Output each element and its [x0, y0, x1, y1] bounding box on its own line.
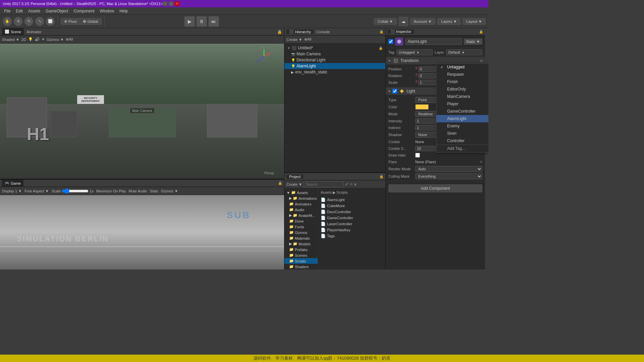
scene-view[interactable]: H1 SECURITYDEPARTMENT Persp X Y — [0, 44, 284, 178]
folder-assets[interactable]: ▼📁 Assets — [284, 190, 318, 195]
dropdown-enemy[interactable]: Enemy — [436, 122, 488, 130]
tag-select[interactable]: Untagged ▼ — [396, 49, 433, 55]
dropdown-editoronly[interactable]: EditorOnly — [436, 85, 488, 93]
proj-icon2[interactable]: ☆ — [350, 182, 353, 186]
pivot-btn[interactable]: Pivot — [61, 18, 80, 24]
tab-project[interactable]: Project — [286, 175, 303, 179]
file-doorcontroller[interactable]: 📄 DoorController — [319, 209, 384, 215]
proj-search-input[interactable] — [304, 181, 344, 187]
lights-button[interactable]: 💡 — [28, 37, 33, 42]
dropdown-gamecontroller[interactable]: GameController — [436, 108, 488, 115]
proj-icon3[interactable]: ≡ — [354, 182, 356, 186]
menu-edit[interactable]: Edit — [13, 7, 25, 15]
dropdown-player[interactable]: Player — [436, 100, 488, 108]
layout-button[interactable]: Layout ▼ — [463, 18, 486, 25]
file-cubemove[interactable]: 📄 CubeMove — [319, 203, 384, 209]
scene-lock[interactable]: 🔒 — [379, 46, 383, 50]
tab-game[interactable]: 🎮 Game — [2, 180, 23, 187]
menu-component[interactable]: Component — [71, 7, 97, 15]
file-alarmlight[interactable]: 📄 AlarmLight — [319, 197, 384, 203]
dropdown-untagged[interactable]: ✓ Untagged — [436, 63, 488, 71]
culling-select[interactable]: Everything — [415, 173, 482, 179]
folder-animations[interactable]: ▶📁 Animations — [284, 195, 318, 201]
dropdown-maincamera[interactable]: MainCamera — [436, 93, 488, 100]
tab-inspector[interactable]: ⬛ Inspector — [388, 29, 414, 34]
audio-button[interactable]: 🔊 — [35, 37, 40, 42]
folder-avatarm[interactable]: ▶📁 AvatarM... — [284, 213, 318, 218]
light-active-checkbox[interactable] — [392, 89, 397, 94]
dropdown-finish[interactable]: Finish — [436, 78, 488, 85]
file-tags[interactable]: 📄 Tags — [319, 233, 384, 239]
tab-animator[interactable]: Animator — [24, 28, 44, 36]
render-mode-select[interactable]: Auto — [415, 166, 482, 172]
dropdown-siren[interactable]: Siren — [436, 130, 488, 137]
insp-lock-icon[interactable]: 🔒 — [479, 30, 483, 34]
file-playerhaskey[interactable]: 📄 PlayerHasKey — [319, 227, 384, 233]
folder-animators[interactable]: 📁 Animators — [284, 201, 318, 207]
folder-models[interactable]: ▶📁 Models — [284, 241, 318, 247]
layers-button[interactable]: Layers ▼ — [437, 18, 461, 25]
close-button[interactable]: ✕ — [175, 1, 179, 6]
game-gizmos[interactable]: Gizmos ▼ — [161, 189, 178, 193]
add-component-button[interactable]: Add Component — [388, 184, 482, 192]
maximize-button[interactable]: □ — [169, 1, 173, 6]
mute-audio[interactable]: Mute Audio — [129, 189, 147, 193]
cloud-button[interactable]: ☁ — [399, 17, 408, 26]
folder-prefabs[interactable]: 📁 Prefabs — [284, 247, 318, 252]
color-swatch[interactable] — [415, 104, 429, 110]
hier-item-3[interactable]: ▶ env_stealth_static — [284, 69, 385, 75]
tab-hierarchy[interactable]: ⬛ Hierarchy — [286, 29, 314, 34]
dropdown-controller[interactable]: Controller — [436, 137, 488, 144]
minimize-button[interactable]: – — [163, 1, 167, 6]
rot-x[interactable] — [418, 73, 436, 78]
step-button[interactable]: ⏭ — [208, 16, 219, 27]
scale-slider[interactable] — [62, 188, 89, 194]
file-gamecontroller[interactable]: 📄 GameController — [319, 215, 384, 221]
scale-x[interactable] — [418, 80, 436, 85]
stats-button[interactable]: Stats — [150, 189, 158, 193]
shaded-dropdown[interactable]: Shaded▼ — [2, 38, 19, 42]
fx-button[interactable]: ✦ — [42, 37, 45, 42]
proj-lock-icon[interactable]: 🔒 — [379, 175, 383, 178]
menu-file[interactable]: File — [1, 7, 13, 15]
static-toggle[interactable]: Static ▼ — [464, 39, 482, 45]
menu-help[interactable]: Help — [117, 7, 130, 15]
folder-materials[interactable]: 📁 Materials — [284, 235, 318, 241]
hier-item-0[interactable]: 📷 Main Camera — [284, 51, 385, 57]
transform-menu-icon[interactable]: ⚙ — [480, 59, 483, 63]
flare-expand-icon[interactable]: ⊙ — [480, 160, 482, 164]
folder-gizmos[interactable]: 📁 Gizmos — [284, 230, 318, 235]
tool-hand[interactable]: ✋ — [3, 17, 12, 26]
create-button[interactable]: Create▼ — [286, 38, 302, 42]
pivot-global-toggle[interactable]: Pivot Global — [61, 18, 102, 25]
tool-rotate[interactable]: ↻ — [24, 17, 34, 26]
menu-assets[interactable]: Assets — [25, 7, 43, 15]
tool-scale[interactable]: ⤡ — [35, 17, 44, 26]
proj-create-btn[interactable]: Create ▼ — [286, 182, 302, 186]
folder-shaders[interactable]: 📁 Shaders — [284, 264, 318, 269]
file-lasercontroller[interactable]: 📄 LaserController — [319, 221, 384, 227]
dropdown-respawn[interactable]: Respawn — [436, 71, 488, 78]
hier-item-2[interactable]: 💡 AlarmLight — [284, 63, 385, 69]
menu-gameobject[interactable]: GameObject — [43, 7, 71, 15]
object-name-field[interactable] — [405, 38, 462, 45]
game-view[interactable]: SUB SIMULATION BERLIN — [0, 195, 284, 269]
2d-button[interactable]: 2D — [21, 38, 26, 42]
dropdown-alarmlight[interactable]: AlarmLight — [436, 115, 488, 122]
menu-window[interactable]: Window — [97, 7, 117, 15]
hier-item-1[interactable]: 💡 Directional Light — [284, 57, 385, 63]
folder-scenes[interactable]: 📁 Scenes — [284, 252, 318, 258]
tab-scene[interactable]: ⬜ Scene — [2, 28, 24, 36]
hier-lock-icon[interactable]: 🔒 — [379, 30, 383, 34]
folder-audio[interactable]: 📁 Audio — [284, 207, 318, 213]
tool-rect[interactable]: ⬜ — [46, 17, 55, 26]
proj-icon1[interactable]: ⤢ — [345, 182, 348, 186]
aspect-select[interactable]: Free Aspect▼ — [24, 189, 49, 193]
folder-done[interactable]: 📁 Done — [284, 218, 318, 224]
tool-move[interactable]: ✛ — [13, 17, 23, 26]
draw-halo-checkbox[interactable] — [415, 153, 420, 158]
collab-button[interactable]: Collab ▼ — [374, 18, 396, 25]
dropdown-add-tag[interactable]: Add Tag... — [436, 144, 488, 152]
hier-all[interactable]: ⊕All — [304, 37, 311, 42]
layer-select[interactable]: Default ▼ — [446, 49, 482, 55]
